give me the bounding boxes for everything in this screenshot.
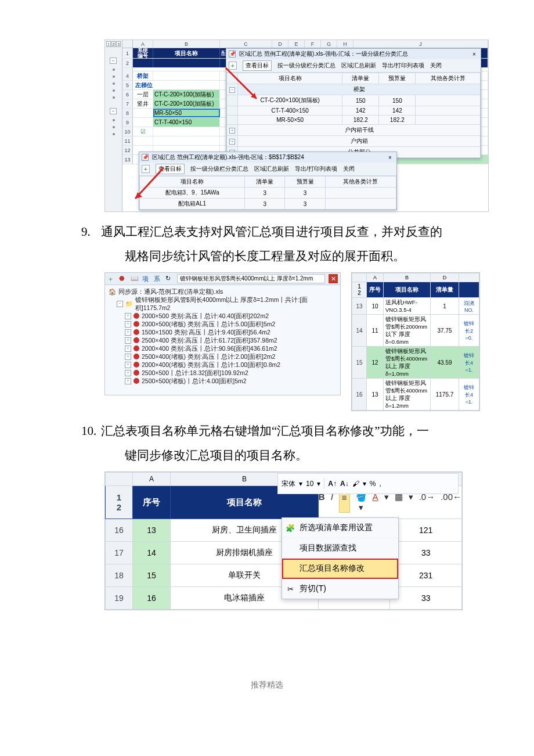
border-icon[interactable]: ▦ — [395, 492, 403, 513]
group-by-button[interactable]: 按一级分级栏分类汇总 — [277, 62, 335, 70]
expand-icon[interactable]: + — [229, 128, 235, 134]
col-D[interactable]: D — [272, 40, 288, 48]
cell-shaft[interactable]: 竖井 — [133, 99, 153, 108]
root-node[interactable]: 镀锌钢板矩形风管$周长4000mm以上 厚度δ=1.2mm丨共计:[面积]117… — [135, 296, 337, 312]
expand-icon[interactable]: + — [125, 362, 131, 368]
outline-level-2[interactable]: 2 — [111, 41, 116, 47]
cell-ct-t-400[interactable]: CT-T-400×150 — [153, 118, 220, 127]
popup2-table: 项目名称清单量预算量其他各类计算 配电箱3、9、15AWa33 配电箱AL133 — [139, 176, 396, 210]
cell-ct-c-200-2[interactable]: CT-C-200×100(加隔板) — [153, 99, 220, 108]
outline-dots — [113, 82, 115, 85]
view-target-button[interactable]: 查看目标 — [243, 60, 272, 71]
popup-region-summary-bottom: 📌 区域汇总 范例工程(清单定额).xls-强电-区域：$B$17:$B$24 … — [139, 152, 397, 210]
group-by-button[interactable]: 按一级分级栏分类汇总 — [190, 165, 248, 173]
cell-left-ladder[interactable]: 左梯位 — [133, 81, 220, 89]
increase-decimal-icon[interactable]: .0→ — [419, 492, 435, 513]
cell-bridge[interactable]: 桥架 — [133, 71, 153, 80]
sys-icon[interactable]: 系 — [154, 275, 162, 283]
pin-icon[interactable]: 📌 — [229, 51, 236, 57]
col-B[interactable]: B — [153, 40, 220, 48]
italic-icon[interactable]: I — [331, 492, 333, 513]
outline-level-1[interactable]: 1 — [106, 41, 111, 47]
search-input[interactable]: 镀锌钢板矩形风管$周长4000mm以上 厚度δ=1.2mm — [177, 274, 325, 283]
stop-icon[interactable]: ⬣ — [119, 275, 127, 283]
tree-item[interactable]: 2000×400(堵板) 类别:高压丨总计:1.00[面积]0.8m2 — [142, 361, 280, 369]
screenshot-3: 宋体▾ 10▾ A↑ A↓ 🖌▾ % , A B 12 序号 项目名称 — [104, 471, 463, 610]
align-icon[interactable]: ≡ — [339, 492, 350, 513]
font-select[interactable]: 宋体 — [282, 479, 295, 489]
close-icon[interactable]: × — [386, 154, 394, 161]
menu-item-data-source-find[interactable]: 项目数据源查找 — [282, 538, 398, 559]
tree-item[interactable]: 2500×400 类别:高压丨总计:61.72[面积]357.98m2 — [142, 336, 277, 344]
tree-item[interactable]: 2000×500 类别:高压丨总计:40.40[面积]202m2 — [142, 312, 269, 320]
cell-ct-c-200-1[interactable]: CT-C-200×100(加隔板) — [153, 90, 220, 99]
col-A[interactable]: A — [133, 40, 153, 48]
cell-mr-50[interactable]: MR-50×50 — [153, 109, 220, 117]
col-E[interactable]: E — [288, 40, 305, 48]
cell-floor[interactable]: 一层 — [133, 90, 153, 99]
fill-icon[interactable]: 🪣▾ — [356, 492, 367, 513]
close-button[interactable]: 关闭 — [430, 62, 442, 70]
close-icon[interactable]: ✕ — [329, 274, 338, 283]
font-color-icon[interactable]: A — [373, 492, 378, 513]
refresh-icon[interactable]: ↻ — [165, 275, 174, 283]
menu-item-rename-summary[interactable]: 汇总项目名称修改 — [282, 559, 398, 579]
add-icon[interactable]: + — [229, 62, 237, 70]
outline-level-3[interactable]: 3 — [116, 41, 121, 47]
table-row-selected[interactable]: 1512镀锌钢板矩形风管$周长4000mm以上 厚度δ=1.0mm43.59镀锌… — [352, 347, 479, 379]
tree-item[interactable]: 1500×1500 类别:高压丨总计:9.40[面积]56.4m2 — [142, 328, 270, 336]
tree-item[interactable]: 2000×400 类别:高压丨总计:90.96[面积]436.61m2 — [142, 344, 277, 352]
outline-collapse-1[interactable]: − — [110, 57, 117, 64]
refresh-button[interactable]: 区域汇总刷新 — [254, 165, 289, 173]
expand-icon[interactable]: + — [125, 313, 131, 319]
menu-item-apply-setting[interactable]: 🧩所选项清单套用设置 — [282, 518, 398, 538]
pin-icon[interactable]: 📌 — [142, 154, 149, 161]
export-button[interactable]: 导出/打印列表项 — [295, 165, 337, 173]
expand-icon[interactable]: + — [125, 321, 131, 327]
add-icon[interactable]: ＋ — [107, 275, 116, 283]
context-menu: 🧩所选项清单套用设置 项目数据源查找 汇总项目名称修改 ✂剪切(T) — [282, 517, 399, 599]
col-J[interactable]: J — [353, 40, 488, 48]
add-icon[interactable]: + — [142, 165, 150, 173]
decrease-font-icon[interactable]: A↓ — [340, 480, 349, 488]
outline-collapse-2[interactable]: − — [110, 108, 117, 114]
expand-icon[interactable]: − — [229, 87, 235, 93]
col-H[interactable]: H — [337, 40, 353, 48]
tree-item[interactable]: 2500×500丨总计:18.32[面积]109.92m2 — [142, 369, 248, 377]
col-A[interactable]: A — [133, 473, 171, 486]
menu-item-cut[interactable]: ✂剪切(T) — [282, 579, 398, 599]
popup1-toolbar: + 查看目标 按一级分级栏分类汇总 区域汇总刷新 导出/打印列表项 关闭 — [226, 59, 481, 73]
decrease-decimal-icon[interactable]: .00← — [441, 492, 461, 513]
table-row[interactable]: 1411镀锌钢板矩形风管$周长2000mm以下 厚度δ=0.6mm37.75镀锌… — [352, 315, 479, 347]
tree-item[interactable]: 2500×400(堵板) 类别:高压丨总计:2.00[面积]2m2 — [142, 352, 275, 361]
expand-icon[interactable]: + — [125, 345, 131, 352]
close-icon[interactable]: × — [470, 51, 478, 57]
increase-font-icon[interactable]: A↑ — [328, 480, 337, 488]
close-button[interactable]: 关闭 — [343, 165, 355, 173]
table-row[interactable]: 1613镀锌钢板矩形风管$周长4000mm以上 厚度δ=1.2mm1175.7镀… — [352, 379, 479, 411]
col-F[interactable]: F — [305, 40, 321, 48]
tree-item[interactable]: 2500×500(堵板)丨总计:4.00[面积]5m2 — [142, 377, 247, 385]
table-row[interactable]: 1310送风机HWF-VNO.3.5-41混浇 NO. — [352, 298, 479, 315]
collapse-icon[interactable]: − — [117, 301, 123, 307]
col-C[interactable]: C — [220, 40, 272, 48]
font-size-select[interactable]: 10 — [306, 480, 313, 488]
expand-icon[interactable]: + — [125, 329, 131, 336]
percent-icon[interactable]: % — [370, 480, 376, 488]
book-icon[interactable]: 📖 — [131, 275, 139, 283]
export-button[interactable]: 导出/打印列表项 — [382, 62, 424, 70]
expand-icon[interactable]: + — [125, 378, 131, 384]
col-G[interactable]: G — [321, 40, 337, 48]
expand-icon[interactable]: + — [229, 139, 235, 145]
view-target-button[interactable]: 查看目标 — [156, 164, 185, 174]
cell-check[interactable]: ☑ — [133, 127, 153, 136]
refresh-button[interactable]: 区域汇总刷新 — [341, 62, 376, 70]
tree-item[interactable]: 2000×500(堵板) 类别:高压丨总计:5.00[面积]5m2 — [142, 320, 275, 328]
bold-icon[interactable]: B — [319, 492, 325, 513]
format-painter-icon[interactable]: 🖌 — [352, 480, 359, 488]
item-9-text-line1: 通风工程汇总表支持对风管汇总项目进行项目反查，并对反查的 — [101, 221, 511, 242]
expand-icon[interactable]: + — [125, 370, 131, 376]
item-icon[interactable]: 项 — [142, 275, 150, 283]
expand-icon[interactable]: + — [125, 337, 131, 344]
expand-icon[interactable]: + — [125, 354, 131, 360]
